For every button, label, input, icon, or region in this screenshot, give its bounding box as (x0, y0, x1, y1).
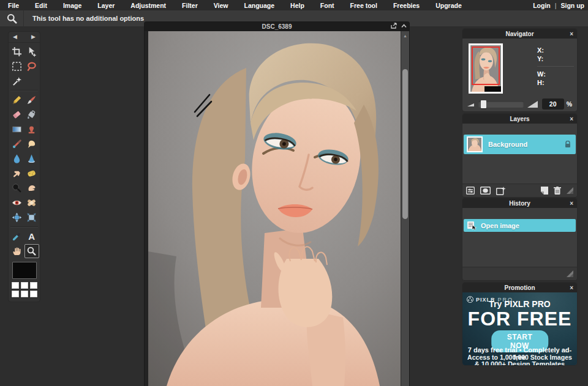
tool-drawing[interactable] (24, 137, 40, 151)
tool-pinch[interactable] (24, 210, 40, 225)
collapse-window-icon[interactable] (401, 24, 407, 28)
tool-brush[interactable] (24, 93, 40, 107)
navigator-view-rect[interactable] (472, 46, 500, 85)
tool-colorpicker[interactable] (9, 229, 24, 243)
layer-settings-icon[interactable] (466, 187, 475, 195)
signup-link[interactable]: Sign up (561, 2, 585, 9)
layer-style-icon[interactable] (496, 187, 506, 195)
image-window-titlebar[interactable]: DSC_6389 (145, 22, 409, 31)
menu-free-tool[interactable]: Free tool (342, 2, 385, 9)
menu-adjustment[interactable]: Adjustment (123, 2, 174, 9)
layers-close-icon[interactable]: × (570, 114, 573, 124)
tool-palette: ◀ ▶ A (9, 32, 40, 302)
history-item-open-image[interactable]: Open image (464, 219, 576, 232)
promotion-ad[interactable]: PIXLR PRO Try PIXLR PRO FOR FREE START N… (462, 292, 577, 365)
tool-blur[interactable] (9, 152, 24, 166)
tool-sharpen[interactable] (24, 152, 40, 166)
tool-burn[interactable] (24, 181, 40, 195)
canvas-vertical-scrollbar[interactable]: ▲ (401, 31, 409, 386)
panel-resize-icon[interactable] (567, 187, 573, 194)
zoom-slider-thumb[interactable] (481, 100, 486, 108)
zoom-slider[interactable] (478, 101, 524, 108)
layer-row-background[interactable]: Background (464, 135, 576, 154)
layer-thumbnail[interactable] (467, 136, 483, 152)
promotion-close-icon[interactable]: × (570, 283, 573, 292)
color-swatch[interactable] (30, 291, 37, 297)
color-swatch[interactable] (30, 282, 37, 289)
menu-font[interactable]: Font (312, 2, 342, 9)
layer-mask-icon[interactable] (480, 187, 491, 195)
wand-icon (12, 76, 22, 86)
new-layer-icon[interactable] (541, 187, 548, 195)
menu-help[interactable]: Help (282, 2, 312, 9)
layers-header[interactable]: Layers × (462, 114, 577, 124)
panel-resize-icon[interactable] (567, 270, 573, 277)
scroll-up-icon[interactable]: ▲ (401, 31, 409, 40)
navigator-thumbnail[interactable] (469, 43, 503, 94)
zoom-out-icon[interactable] (467, 101, 475, 107)
tool-pencil[interactable] (9, 93, 24, 107)
scrollbar-thumb[interactable] (402, 69, 408, 219)
color-swatch[interactable] (21, 291, 28, 297)
tool-move[interactable] (24, 45, 40, 59)
zoom-value-input[interactable] (542, 98, 564, 109)
menu-view[interactable]: View (206, 2, 236, 9)
color-swatch[interactable] (21, 282, 28, 289)
tool-clone-stamp[interactable] (24, 122, 40, 136)
dodge-icon (12, 183, 22, 193)
tool-bloat[interactable] (9, 210, 24, 225)
menu-filter[interactable]: Filter (174, 2, 206, 9)
tool-empty-slot (24, 74, 40, 88)
palette-collapse-right-icon[interactable]: ▶ (31, 34, 36, 40)
layers-panel: Layers × Background (462, 114, 577, 197)
zoom-in-icon[interactable] (527, 100, 538, 108)
portrait-photo (148, 31, 401, 386)
drawing-icon (26, 139, 37, 149)
tool-zoom[interactable] (24, 244, 40, 258)
navigator-title: Navigator (505, 31, 533, 37)
tool-red-eye[interactable] (9, 196, 24, 210)
login-link[interactable]: Login (533, 2, 551, 9)
color-swatch[interactable] (12, 291, 19, 297)
navigator-header[interactable]: Navigator × (462, 29, 577, 39)
tool-marquee[interactable] (9, 59, 24, 73)
tool-type[interactable]: A (24, 229, 40, 243)
delete-layer-icon[interactable] (554, 187, 561, 195)
layer-lock-icon[interactable] (565, 141, 571, 148)
menu-language[interactable]: Language (236, 2, 283, 9)
tool-gradient[interactable] (9, 122, 24, 136)
canvas-photo[interactable] (148, 31, 401, 386)
popout-window-icon[interactable] (391, 23, 398, 29)
tool-lasso[interactable] (24, 59, 40, 73)
menu-file[interactable]: File (0, 2, 27, 9)
tool-dodge[interactable] (9, 181, 24, 195)
tool-crop[interactable] (9, 45, 24, 59)
navigator-close-icon[interactable]: × (570, 29, 573, 39)
tool-fill[interactable] (24, 108, 40, 122)
tool-heal[interactable] (24, 196, 40, 210)
menu-bar: File Edit Image Layer Adjustment Filter … (0, 0, 588, 10)
foreground-color-swatch[interactable] (12, 262, 37, 279)
history-toolbar (462, 267, 577, 280)
tool-smudge[interactable] (9, 166, 24, 180)
menu-layer[interactable]: Layer (89, 2, 123, 9)
magnifier-icon (6, 13, 18, 24)
history-close-icon[interactable]: × (570, 198, 573, 208)
navigator-divider (537, 66, 574, 67)
menu-edit[interactable]: Edit (27, 2, 55, 9)
promotion-header[interactable]: Promotion × (462, 283, 577, 292)
palette-collapse-left-icon[interactable]: ◀ (13, 34, 17, 40)
burn-icon (26, 183, 37, 193)
tool-hand[interactable] (9, 244, 24, 258)
tool-wand[interactable] (9, 74, 24, 88)
tool-color-replace[interactable] (9, 137, 24, 151)
bloat-icon (12, 212, 22, 223)
tool-eraser[interactable] (9, 108, 24, 122)
tool-sponge[interactable] (24, 166, 40, 180)
history-header[interactable]: History × (462, 198, 577, 208)
color-swatch[interactable] (12, 282, 19, 289)
menu-upgrade[interactable]: Upgrade (428, 2, 470, 9)
menu-image[interactable]: Image (55, 2, 89, 9)
menu-freebies[interactable]: Freebies (385, 2, 428, 9)
layer-thumbnail-image (468, 138, 481, 151)
